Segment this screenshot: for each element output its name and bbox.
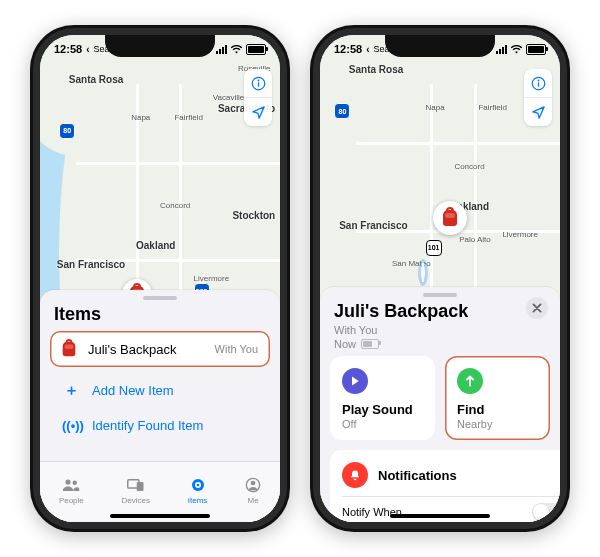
map-locate-button[interactable] <box>524 97 552 126</box>
people-icon <box>62 476 80 494</box>
notifications-card[interactable]: Notifications Notify When <box>330 450 560 522</box>
identify-label: Identify Found Item <box>92 418 203 433</box>
signal-icon <box>216 45 227 54</box>
find-card[interactable]: Find Nearby <box>445 356 550 440</box>
svg-point-4 <box>73 480 78 485</box>
home-indicator[interactable] <box>110 514 210 518</box>
wifi-icon <box>510 45 523 54</box>
map-controls <box>524 69 552 126</box>
item-row[interactable]: Juli's Backpack With You <box>50 331 270 367</box>
plus-icon: ＋ <box>62 381 80 400</box>
item-detail-sheet[interactable]: Juli's Backpack With You Now Play Sou <box>320 287 560 522</box>
back-chevron-icon[interactable]: ‹ <box>86 44 89 55</box>
map-info-button[interactable] <box>524 69 552 97</box>
backpack-icon <box>443 210 457 226</box>
map-info-button[interactable] <box>244 69 272 97</box>
notify-when-switch[interactable] <box>532 503 560 521</box>
tab-me[interactable]: Me <box>245 476 261 505</box>
svg-point-3 <box>66 479 71 484</box>
sheet-grabber[interactable] <box>143 296 177 300</box>
map-controls <box>244 69 272 126</box>
home-indicator[interactable] <box>390 514 490 518</box>
play-sound-card[interactable]: Play Sound Off <box>330 356 435 440</box>
status-time: 12:58 <box>334 43 362 55</box>
backpack-icon <box>63 342 76 356</box>
svg-rect-2 <box>257 82 258 86</box>
wifi-icon <box>230 45 243 54</box>
battery-icon <box>526 44 546 55</box>
notch <box>385 35 495 57</box>
radio-waves-icon: ((•)) <box>62 418 80 433</box>
tab-items[interactable]: Items <box>188 476 208 505</box>
svg-point-9 <box>196 483 199 486</box>
battery-icon <box>246 44 266 55</box>
current-location-dot <box>421 264 425 282</box>
item-pin[interactable] <box>433 201 467 235</box>
item-name: Juli's Backpack <box>88 342 203 357</box>
devices-icon <box>127 476 145 494</box>
svg-rect-14 <box>537 82 538 86</box>
items-icon <box>190 476 206 494</box>
detail-title: Juli's Backpack <box>334 301 546 322</box>
tab-bar: People Devices Items Me <box>40 461 280 522</box>
status-time: 12:58 <box>54 43 82 55</box>
sheet-grabber[interactable] <box>423 293 457 297</box>
signal-icon <box>496 45 507 54</box>
tab-devices[interactable]: Devices <box>122 476 150 505</box>
bell-icon <box>342 462 368 488</box>
item-status: With You <box>215 343 258 355</box>
items-sheet[interactable]: Items Juli's Backpack With You ＋ Add New… <box>40 290 280 522</box>
play-icon <box>342 368 368 394</box>
airtag-battery-icon <box>361 339 379 349</box>
tab-people[interactable]: People <box>59 476 84 505</box>
sheet-title: Items <box>54 304 266 325</box>
back-chevron-icon[interactable]: ‹ <box>366 44 369 55</box>
svg-point-1 <box>257 79 259 81</box>
detail-status: With You <box>334 324 377 336</box>
me-icon <box>245 476 261 494</box>
add-new-item-label: Add New Item <box>92 383 174 398</box>
svg-point-11 <box>251 480 256 485</box>
map-locate-button[interactable] <box>244 97 272 126</box>
detail-time: Now <box>334 338 356 350</box>
svg-rect-6 <box>137 482 144 491</box>
arrow-up-icon <box>457 368 483 394</box>
add-new-item-button[interactable]: ＋ Add New Item <box>50 377 270 404</box>
svg-point-13 <box>537 79 539 81</box>
identify-found-item-button[interactable]: ((•)) Identify Found Item <box>50 414 270 437</box>
notch <box>105 35 215 57</box>
close-button[interactable] <box>526 297 548 319</box>
